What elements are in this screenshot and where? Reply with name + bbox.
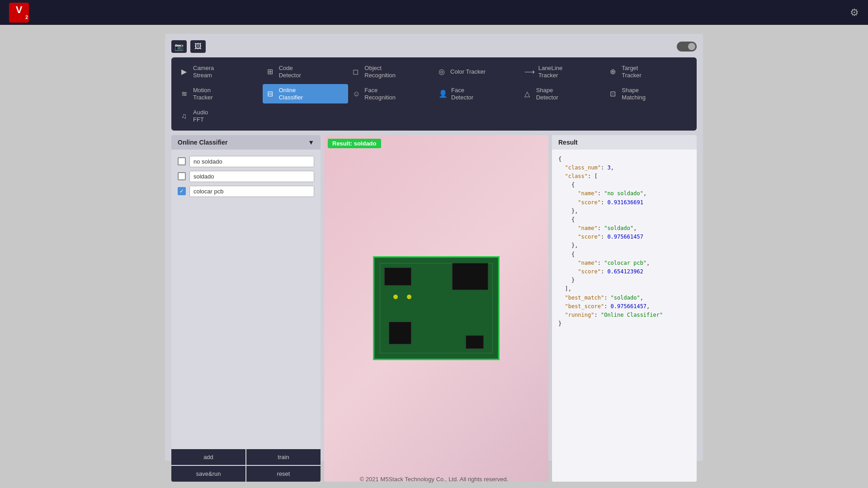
panel-body: ✓ [171, 150, 321, 449]
top-bar: V2 ⚙ [0, 0, 868, 25]
shape-matching-icon: ⊡ [610, 89, 618, 98]
class-row-1 [178, 156, 314, 167]
class-checkbox-2[interactable] [178, 172, 186, 180]
train-button[interactable]: train [246, 449, 321, 465]
image-load-button[interactable]: 🖼 [190, 40, 206, 53]
nav-item-object-recognition[interactable]: ◻ ObjectRecognition [348, 62, 434, 81]
pcb-chip-4 [466, 335, 484, 349]
collapse-icon[interactable]: ▼ [308, 139, 314, 146]
result-header: Result [552, 135, 697, 150]
app-logo: V2 [9, 3, 29, 23]
nav-label-target-tracker: TargetTracker [622, 65, 642, 79]
toolbar: 📷 🖼 [171, 40, 697, 53]
shape-detector-icon: △ [524, 89, 533, 98]
nav-item-audio-fft[interactable]: ♫ AudioFFT [177, 106, 263, 126]
pcb-dot-2 [407, 295, 411, 299]
nav-item-shape-detector[interactable]: △ ShapeDetector [520, 84, 606, 103]
left-panel-header: Online Classifier ▼ [171, 135, 321, 150]
nav-label-face-detector: FaceDetector [451, 87, 473, 101]
nav-label-camera-stream: CameraStream [193, 65, 214, 79]
center-panel: Result: soldado [324, 135, 548, 482]
pcb-detection-frame [373, 256, 500, 360]
color-tracker-icon: ◎ [439, 67, 447, 76]
result-json: { "class_num": 3, "class": [ { "name": "… [558, 155, 690, 328]
class-input-3[interactable] [189, 186, 314, 197]
right-panel: Result { "class_num": 3, "class": [ { "n… [552, 135, 697, 482]
online-classifier-icon: ⊟ [267, 89, 275, 98]
object-recognition-icon: ◻ [353, 67, 361, 76]
result-body: { "class_num": 3, "class": [ { "name": "… [552, 150, 697, 482]
nav-item-target-tracker[interactable]: ⊕ TargetTracker [605, 62, 691, 81]
pcb-chip-2 [452, 263, 488, 290]
nav-label-laneline-tracker: LaneLineTracker [538, 65, 563, 79]
nav-label-code-detector: CodeDetector [279, 65, 301, 79]
nav-label-shape-detector: ShapeDetector [536, 87, 558, 101]
main-container: 📷 🖼 ▶ CameraStream ⊞ CodeDetector ◻ Obje… [165, 34, 703, 461]
class-row-3: ✓ [178, 186, 314, 197]
pcb-chip-3 [389, 322, 411, 344]
face-detector-icon: 👤 [439, 89, 448, 98]
nav-label-face-recognition: FaceRecognition [364, 87, 396, 101]
audio-fft-icon: ♫ [181, 112, 189, 120]
pcb-dot-1 [393, 295, 398, 299]
nav-item-shape-matching[interactable]: ⊡ ShapeMatching [605, 84, 691, 103]
nav-item-face-recognition[interactable]: ☺ FaceRecognition [348, 84, 434, 103]
nav-item-camera-stream[interactable]: ▶ CameraStream [177, 62, 263, 81]
class-input-2[interactable] [189, 171, 314, 182]
nav-label-color-tracker: Color Tracker [450, 68, 486, 75]
nav-item-online-classifier[interactable]: ⊟ OnlineClassifier [263, 84, 349, 103]
add-button[interactable]: add [171, 449, 245, 465]
result-badge: Result: soldado [328, 139, 381, 148]
nav-label-online-classifier: OnlineClassifier [279, 87, 303, 101]
pcb-chip-1 [384, 267, 411, 286]
nav-grid: ▶ CameraStream ⊞ CodeDetector ◻ ObjectRe… [171, 57, 697, 131]
content-area: Online Classifier ▼ ✓ add [171, 135, 697, 482]
nav-label-audio-fft: AudioFFT [193, 109, 208, 123]
code-detector-icon: ⊞ [267, 67, 275, 76]
left-panel: Online Classifier ▼ ✓ add [171, 135, 321, 482]
toolbar-left: 📷 🖼 [171, 40, 206, 53]
nav-label-motion-tracker: MotionTracker [193, 87, 213, 101]
nav-item-code-detector[interactable]: ⊞ CodeDetector [263, 62, 349, 81]
face-recognition-icon: ☺ [353, 90, 361, 98]
nav-label-shape-matching: ShapeMatching [622, 87, 646, 101]
nav-item-face-detector[interactable]: 👤 FaceDetector [434, 84, 520, 103]
camera-capture-button[interactable]: 📷 [171, 40, 187, 53]
toggle-switch[interactable] [677, 42, 697, 52]
nav-item-laneline-tracker[interactable]: ⟶ LaneLineTracker [520, 62, 606, 81]
footer-text: © 2021 M5Stack Technology Co., Ltd. All … [360, 476, 509, 483]
pcb-board [375, 258, 497, 358]
settings-icon[interactable]: ⚙ [850, 7, 859, 19]
motion-tracker-icon: ≋ [181, 89, 189, 98]
class-checkbox-1[interactable] [178, 157, 186, 165]
camera-stream-icon: ▶ [181, 67, 189, 76]
camera-view [324, 135, 548, 482]
nav-item-color-tracker[interactable]: ◎ Color Tracker [434, 62, 520, 81]
footer: © 2021 M5Stack Technology Co., Ltd. All … [0, 470, 868, 488]
nav-item-motion-tracker[interactable]: ≋ MotionTracker [177, 84, 263, 103]
nav-label-object-recognition: ObjectRecognition [364, 65, 396, 79]
class-checkbox-3[interactable]: ✓ [178, 187, 186, 195]
laneline-tracker-icon: ⟶ [524, 67, 535, 76]
class-row-2 [178, 171, 314, 182]
panel-title: Online Classifier [178, 139, 227, 146]
class-input-1[interactable] [189, 156, 314, 167]
target-tracker-icon: ⊕ [610, 67, 618, 76]
